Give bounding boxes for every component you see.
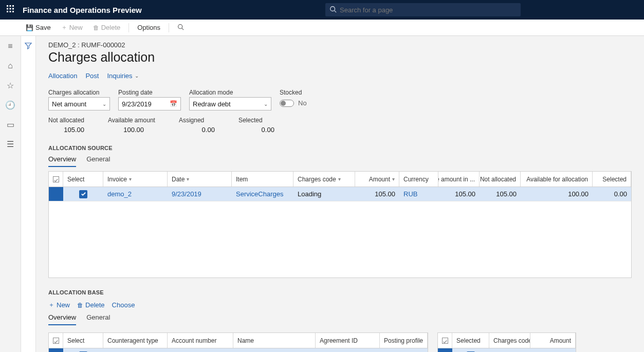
- table-row[interactable]: Loading 0.00: [438, 348, 576, 352]
- cell-item[interactable]: ServiceCharges: [232, 190, 293, 198]
- label: Stocked: [280, 89, 307, 96]
- col-invoice[interactable]: Invoice▾: [103, 172, 168, 187]
- label: New: [57, 301, 70, 309]
- svg-rect-6: [7, 11, 8, 12]
- cell-not-allocated: 105.00: [480, 190, 521, 198]
- top-bar: Finance and Operations Preview: [0, 0, 644, 20]
- header-checkbox[interactable]: [49, 172, 63, 187]
- base-new-button[interactable]: ＋New: [48, 301, 70, 309]
- col-currency[interactable]: Currency: [399, 172, 438, 187]
- allocation-mode-select[interactable]: Redraw debt⌄: [189, 97, 271, 110]
- recent-icon[interactable]: 🕘: [5, 100, 15, 110]
- action-allocation[interactable]: Allocation: [48, 72, 77, 80]
- tab-overview[interactable]: Overview: [48, 155, 76, 167]
- row-header[interactable]: [438, 348, 452, 352]
- cell-invoice[interactable]: demo_2: [103, 190, 168, 198]
- svg-point-9: [330, 7, 335, 11]
- filter-icon: ▾: [392, 176, 395, 182]
- chevron-down-icon: ⌄: [135, 73, 139, 79]
- search-input[interactable]: [325, 3, 521, 16]
- command-bar: 💾Save ＋New 🗑Delete Options: [0, 20, 644, 36]
- row-header[interactable]: [49, 187, 63, 201]
- base-choose-button[interactable]: Choose: [112, 301, 135, 309]
- col-amount-in[interactable]: The amount in ...: [438, 172, 480, 187]
- trash-icon: 🗑: [93, 24, 99, 31]
- header-checkbox[interactable]: [49, 333, 63, 348]
- value: 100.00: [108, 126, 144, 134]
- col-agreement-id[interactable]: Agreement ID: [316, 333, 380, 348]
- section-title-base: ALLOCATION BASE: [48, 289, 632, 295]
- col-name[interactable]: Name: [233, 333, 316, 348]
- cell-select[interactable]: [63, 190, 103, 198]
- side-grid: Selected Charges code Amount Loading 0.0…: [437, 332, 576, 352]
- header-checkbox[interactable]: [438, 333, 452, 348]
- ro-selected: Selected0.00: [238, 117, 274, 134]
- action-inquiries[interactable]: Inquiries ⌄: [107, 72, 138, 80]
- col-select[interactable]: Select: [63, 172, 103, 187]
- charges-allocation-select[interactable]: Net amount⌄: [48, 97, 110, 110]
- field-allocation-mode: Allocation mode Redraw debt⌄: [189, 89, 271, 110]
- label: Choose: [112, 301, 135, 309]
- value: 105.00: [48, 126, 84, 134]
- app-launcher-icon[interactable]: [0, 5, 21, 14]
- cell-currency[interactable]: RUB: [399, 190, 438, 198]
- filter-icon: ▾: [129, 176, 132, 182]
- page: DEMO_2 : RUMF-000002 Charges allocation …: [21, 36, 644, 352]
- tab-general[interactable]: General: [86, 313, 110, 325]
- source-grid: Select Invoice▾ Date▾ Item Charges code▾…: [48, 171, 632, 278]
- col-item[interactable]: Item: [232, 172, 293, 187]
- filter-strip: [21, 36, 36, 352]
- content: DEMO_2 : RUMF-000002 Charges allocation …: [36, 36, 644, 352]
- base-delete-button[interactable]: 🗑Delete: [77, 301, 105, 309]
- col-selected[interactable]: Selected: [452, 333, 489, 348]
- action-post[interactable]: Post: [85, 72, 99, 80]
- label: Allocation mode: [189, 89, 271, 96]
- col-not-allocated[interactable]: Not allocated: [480, 172, 521, 187]
- search-icon: [329, 6, 337, 14]
- favorites-icon[interactable]: ☆: [5, 80, 15, 90]
- col-charges-code[interactable]: Charges code▾: [293, 172, 355, 187]
- filter-icon[interactable]: [25, 42, 32, 352]
- col-account-number[interactable]: Account number: [168, 333, 233, 348]
- col-counteragent-type[interactable]: Counteragent type: [103, 333, 168, 348]
- grid-body: demo_2 9/23/2019 ServiceCharges Loading …: [49, 187, 631, 277]
- app-title: Finance and Operations Preview: [23, 6, 142, 14]
- save-label: Save: [35, 24, 51, 31]
- modules-icon[interactable]: ☰: [5, 139, 15, 149]
- tab-overview[interactable]: Overview: [48, 313, 76, 325]
- table-row[interactable]: Vendor⌄ RUMF-000005⌄ СпецСветСнабСбыт ГУ…: [49, 348, 428, 352]
- workspaces-icon[interactable]: ▭: [5, 119, 15, 129]
- col-amount[interactable]: Amount: [530, 333, 576, 348]
- col-posting-profile[interactable]: Posting profile: [380, 333, 428, 348]
- cell-available: 100.00: [521, 190, 593, 198]
- new-label: New: [69, 24, 83, 31]
- col-amount[interactable]: Amount▾: [355, 172, 399, 187]
- new-button[interactable]: ＋New: [57, 21, 87, 35]
- stocked-toggle[interactable]: No: [280, 99, 307, 107]
- field-stocked: Stocked No: [280, 89, 307, 110]
- label: Available amount: [108, 117, 155, 124]
- col-select[interactable]: Select: [63, 333, 103, 348]
- field-posting-date: Posting date 9/23/2019📅: [118, 89, 181, 110]
- table-row[interactable]: demo_2 9/23/2019 ServiceCharges Loading …: [49, 187, 631, 201]
- save-icon: 💾: [26, 24, 33, 31]
- col-available-for-allocation[interactable]: Available for allocation: [521, 172, 593, 187]
- delete-button[interactable]: 🗑Delete: [89, 21, 125, 35]
- value: 0.00: [179, 126, 215, 134]
- svg-line-10: [335, 11, 337, 13]
- separator: [128, 23, 129, 32]
- home-icon[interactable]: ⌂: [5, 61, 15, 71]
- save-button[interactable]: 💾Save: [22, 21, 55, 35]
- find-button[interactable]: [173, 21, 190, 35]
- col-date[interactable]: Date▾: [168, 172, 232, 187]
- base-actions: ＋New 🗑Delete Choose: [48, 301, 632, 309]
- cell-amount: 105.00: [355, 190, 399, 198]
- options-button[interactable]: Options: [133, 21, 164, 35]
- cell-date[interactable]: 9/23/2019: [168, 190, 232, 198]
- col-charges-code[interactable]: Charges code: [489, 333, 530, 348]
- row-header[interactable]: [49, 348, 63, 352]
- col-selected[interactable]: Selected: [593, 172, 631, 187]
- tab-general[interactable]: General: [86, 155, 110, 167]
- hamburger-icon[interactable]: ≡: [5, 41, 15, 51]
- posting-date-input[interactable]: 9/23/2019📅: [118, 97, 181, 110]
